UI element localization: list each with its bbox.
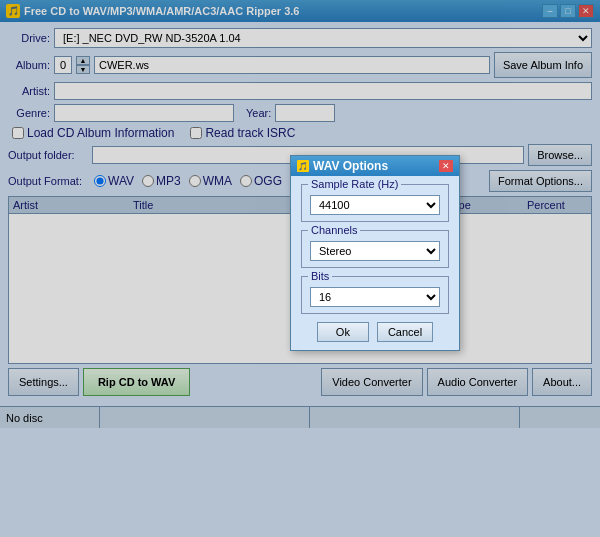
album-number[interactable] [54, 56, 72, 74]
album-label: Album: [8, 59, 50, 71]
format-wav-label[interactable]: WAV [94, 174, 134, 188]
title-bar: 🎵 Free CD to WAV/MP3/WMA/AMR/AC3/AAC Rip… [0, 0, 600, 22]
video-converter-button[interactable]: Video Converter [321, 368, 422, 396]
format-wma-radio[interactable] [189, 175, 201, 187]
close-button[interactable]: ✕ [578, 4, 594, 18]
settings-button[interactable]: Settings... [8, 368, 79, 396]
status-seg2 [100, 407, 310, 428]
year-label: Year: [246, 107, 271, 119]
format-wma-label[interactable]: WMA [189, 174, 232, 188]
drive-label: Drive: [8, 32, 50, 44]
genre-row: Genre: Year: [8, 104, 592, 122]
status-bar: No disc [0, 406, 600, 428]
album-spinners: ▲ ▼ [76, 56, 90, 74]
drive-row: Drive: [E:] _NEC DVD_RW ND-3520A 1.04 [8, 28, 592, 48]
format-options-button[interactable]: Format Options... [489, 170, 592, 192]
modal-body: Sample Rate (Hz) 44100 8000 11025 22050 … [291, 176, 459, 350]
modal-icon: 🎵 [297, 160, 309, 172]
maximize-button[interactable]: □ [560, 4, 576, 18]
modal-ok-button[interactable]: Ok [317, 322, 369, 342]
modal-buttons: Ok Cancel [301, 322, 449, 342]
format-ogg-radio[interactable] [240, 175, 252, 187]
load-cd-checkbox-label[interactable]: Load CD Album Information [12, 126, 174, 140]
bits-label: Bits [308, 270, 332, 282]
save-album-button[interactable]: Save Album Info [494, 52, 592, 78]
genre-label: Genre: [8, 107, 50, 119]
app-icon: 🎵 [6, 4, 20, 18]
sample-rate-select[interactable]: 44100 8000 11025 22050 48000 [310, 195, 440, 215]
artist-label: Artist: [8, 85, 50, 97]
read-isrc-checkbox-label[interactable]: Read track ISRC [190, 126, 295, 140]
bits-select[interactable]: 16 8 24 [310, 287, 440, 307]
audio-converter-button[interactable]: Audio Converter [427, 368, 529, 396]
format-mp3-label[interactable]: MP3 [142, 174, 181, 188]
channels-label: Channels [308, 224, 360, 236]
checkbox-row: Load CD Album Information Read track ISR… [8, 126, 592, 140]
genre-input[interactable] [54, 104, 234, 122]
modal-cancel-button[interactable]: Cancel [377, 322, 433, 342]
modal-titlebar: 🎵 WAV Options ✕ [291, 156, 459, 176]
bits-group: Bits 16 8 24 [301, 276, 449, 314]
drive-select[interactable]: [E:] _NEC DVD_RW ND-3520A 1.04 [54, 28, 592, 48]
artist-row: Artist: [8, 82, 592, 100]
modal-title-text: 🎵 WAV Options [297, 159, 388, 173]
format-mp3-radio[interactable] [142, 175, 154, 187]
album-spin-down[interactable]: ▼ [76, 65, 90, 74]
format-ogg-label[interactable]: OGG [240, 174, 282, 188]
status-disc: No disc [0, 407, 100, 428]
about-button[interactable]: About... [532, 368, 592, 396]
channels-group: Channels Stereo Mono [301, 230, 449, 268]
album-spin-up[interactable]: ▲ [76, 56, 90, 65]
album-name-input[interactable] [94, 56, 490, 74]
browse-button[interactable]: Browse... [528, 144, 592, 166]
album-row: Album: ▲ ▼ Save Album Info [8, 52, 592, 78]
sample-rate-label: Sample Rate (Hz) [308, 178, 401, 190]
load-cd-checkbox[interactable] [12, 127, 24, 139]
col-artist-header: Artist [13, 199, 133, 211]
minimize-button[interactable]: – [542, 4, 558, 18]
col-percent-header: Percent [527, 199, 587, 211]
wav-options-dialog: 🎵 WAV Options ✕ Sample Rate (Hz) 44100 8… [290, 155, 460, 351]
sample-rate-group: Sample Rate (Hz) 44100 8000 11025 22050 … [301, 184, 449, 222]
artist-input[interactable] [54, 82, 592, 100]
rip-button[interactable]: Rip CD to WAV [83, 368, 190, 396]
modal-close-button[interactable]: ✕ [439, 160, 453, 172]
read-isrc-checkbox[interactable] [190, 127, 202, 139]
app-title: Free CD to WAV/MP3/WMA/AMR/AC3/AAC Rippe… [24, 5, 299, 17]
format-wav-radio[interactable] [94, 175, 106, 187]
bottom-buttons: Settings... Rip CD to WAV Video Converte… [8, 368, 592, 396]
output-label: Output folder: [8, 149, 88, 161]
year-input[interactable] [275, 104, 335, 122]
status-seg4 [520, 407, 600, 428]
status-seg3 [310, 407, 520, 428]
channels-select[interactable]: Stereo Mono [310, 241, 440, 261]
format-label: Output Format: [8, 175, 90, 187]
